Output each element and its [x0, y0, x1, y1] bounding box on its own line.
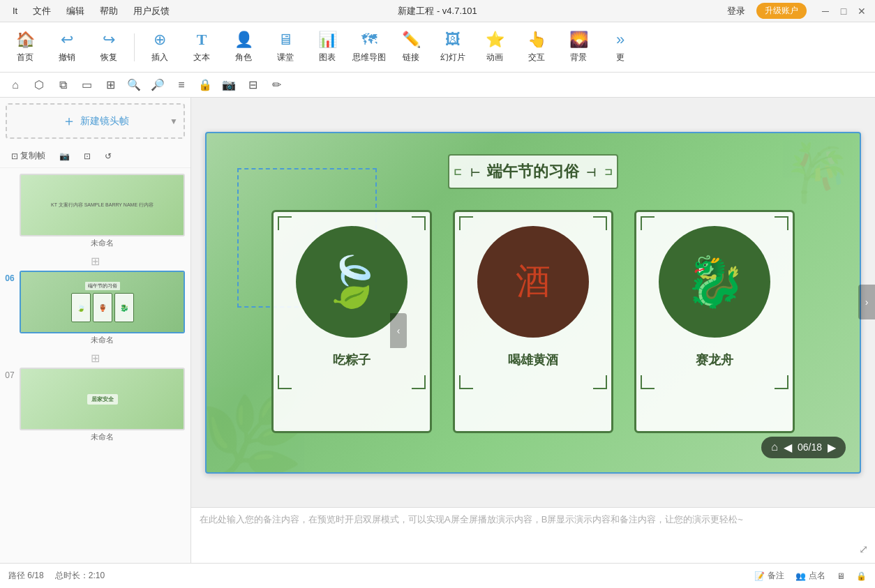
minimize-button[interactable]: ─: [818, 3, 833, 19]
bg-decor-right: 🎋: [783, 140, 853, 206]
progress-next-icon[interactable]: ▶: [828, 441, 836, 454]
copy-icon: ⊡: [11, 151, 18, 161]
slide-preview-5: KT 文案行内容 SAMPLE BARRY NAME 行内容: [21, 175, 184, 235]
main-toolbar: 🏠 首页 ↩ 撤销 ↪ 恢复 ⊕ 插入 T 文本 👤 角色 🖥 课堂 📊 图表 …: [0, 22, 875, 73]
menu-help[interactable]: 帮助: [93, 2, 125, 20]
corner-tr-1: [412, 216, 426, 230]
title-bar: It 文件 编辑 帮助 用户反馈 新建工程 - v4.7.101 登录 升级账户…: [0, 0, 875, 22]
menu-edit[interactable]: 编辑: [59, 2, 91, 20]
class-icon: 🖥: [278, 31, 293, 49]
menu-it[interactable]: It: [6, 3, 24, 19]
draw-lock-icon[interactable]: 🔒: [195, 75, 215, 95]
toolbar-link[interactable]: ✏️ 链接: [391, 27, 431, 68]
redo-icon: ↪: [103, 31, 115, 49]
draw-home-icon[interactable]: ⌂: [6, 75, 25, 95]
corner-bl-1: [278, 375, 292, 389]
corner-tr-2: [593, 216, 607, 230]
upgrade-button[interactable]: 升级账户: [756, 3, 807, 19]
toolbar-slide[interactable]: 🖼 幻灯片: [433, 27, 472, 68]
slide-label-7: 未命名: [20, 432, 185, 442]
login-button[interactable]: 登录: [721, 3, 751, 19]
link-icon: ✏️: [402, 31, 421, 49]
status-path: 路径 6/18: [8, 570, 44, 582]
home-icon: 🏠: [16, 31, 35, 49]
copy-frame-button[interactable]: ⊡ 复制帧: [6, 147, 51, 165]
status-attendance[interactable]: 👥 点名: [795, 570, 825, 582]
reset-button[interactable]: ↺: [99, 149, 117, 164]
toolbar-slide-label: 幻灯片: [440, 52, 465, 63]
notes-expand-icon[interactable]: ⤢: [859, 543, 868, 556]
new-frame-button[interactable]: ＋ 新建镜头帧 ▼: [6, 103, 185, 139]
toolbar-animate[interactable]: ⭐ 动画: [475, 27, 514, 68]
status-screen[interactable]: 🖥: [837, 570, 845, 582]
slide-item-5[interactable]: KT 文案行内容 SAMPLE BARRY NAME 行内容 未命名: [3, 171, 188, 251]
progress-prev-icon[interactable]: ◀: [784, 441, 792, 454]
slide-icon: 🖼: [445, 31, 461, 49]
animate-icon: ⭐: [486, 31, 504, 49]
draw-rect-icon[interactable]: ▭: [77, 75, 96, 95]
draw-camera-icon[interactable]: 📷: [219, 75, 239, 95]
toolbar-mindmap[interactable]: 🗺 思维导图: [350, 27, 389, 68]
more-icon: »: [616, 31, 625, 49]
toolbar-class[interactable]: 🖥 课堂: [266, 27, 305, 68]
close-button[interactable]: ✕: [854, 3, 869, 19]
toolbar-bg[interactable]: 🌄 背景: [559, 27, 598, 68]
progress-text: 06/18: [798, 442, 822, 453]
screenshot-button[interactable]: 📷: [54, 149, 75, 164]
draw-edit-icon[interactable]: ✏: [267, 75, 286, 95]
menu-feedback[interactable]: 用户反馈: [126, 2, 177, 20]
corner-tl-2: [459, 216, 473, 230]
status-lock[interactable]: 🔒: [856, 570, 867, 582]
title-controls: 登录 升级账户 ─ □ ✕: [721, 3, 869, 19]
draw-grid-icon[interactable]: ⊟: [243, 75, 262, 95]
card-icon-dragon: 🐉: [659, 226, 770, 338]
card-icon-wine: 酒: [477, 226, 589, 338]
progress-home-icon[interactable]: ⌂: [771, 441, 778, 453]
status-notes-label: 备注: [768, 570, 784, 582]
menu-file[interactable]: 文件: [26, 2, 58, 20]
maximize-button[interactable]: □: [836, 3, 851, 19]
toolbar-undo[interactable]: ↩ 撤销: [47, 27, 87, 68]
draw-copy-icon[interactable]: ⬡: [29, 75, 49, 95]
draw-copy2-icon[interactable]: ⊞: [100, 75, 120, 95]
card-label-wine: 喝雄黄酒: [508, 352, 558, 368]
toolbar-redo[interactable]: ↪ 恢复: [89, 27, 128, 68]
slide-thumb-6: 端午节的习俗 🍃 🏺 🐉: [20, 271, 185, 333]
nav-left-button[interactable]: ‹: [390, 313, 407, 348]
status-notes[interactable]: 📝 备注: [754, 570, 784, 582]
slide-title-area: ⊢ 端午节的习俗 ⊣: [207, 154, 860, 189]
slide-item-7[interactable]: 07 居家安全 未命名: [3, 365, 188, 445]
grid2-icon: ⊡: [84, 151, 91, 161]
nav-right-button[interactable]: ›: [858, 285, 875, 319]
toolbar-chart[interactable]: 📊 图表: [308, 27, 347, 68]
toolbar-text[interactable]: T 文本: [182, 27, 221, 68]
card-label-dragon: 赛龙舟: [696, 352, 733, 368]
toolbar-insert[interactable]: ⊕ 插入: [140, 27, 179, 68]
draw-zoomout-icon[interactable]: 🔎: [148, 75, 167, 95]
new-frame-label: 新建镜头帧: [80, 115, 129, 128]
draw-align-icon[interactable]: ≡: [172, 75, 191, 95]
toolbar-interact[interactable]: 👆 交互: [517, 27, 556, 68]
toolbar-insert-label: 插入: [151, 52, 168, 63]
toolbar-class-label: 课堂: [277, 52, 294, 63]
draw-zoomin-icon[interactable]: 🔍: [124, 75, 144, 95]
corner-tr-3: [775, 216, 788, 230]
draw-paste-icon[interactable]: ⧉: [53, 75, 73, 95]
cards-container: 🍃 吃粽子 酒 喝雄: [207, 203, 860, 440]
menu-bar: It 文件 编辑 帮助 用户反馈: [6, 2, 177, 20]
toolbar-home[interactable]: 🏠 首页: [6, 27, 45, 68]
slide-label-6: 未命名: [20, 335, 185, 345]
status-bar: 路径 6/18 总时长：2:10 📝 备注 👥 点名 🖥 🔒: [0, 563, 875, 588]
corner-bl-3: [641, 375, 655, 389]
card-dragon: 🐉 赛龙舟: [634, 210, 795, 433]
toolbar-link-label: 链接: [403, 52, 419, 63]
toolbar-more[interactable]: » 更: [601, 27, 640, 68]
notes-area[interactable]: 在此处输入您的备注内容，在预览时开启双屏模式，可以实现A屏全屏播放演示内容，B屏…: [191, 507, 875, 563]
slide-item-6[interactable]: 06 端午节的习俗 🍃 🏺 🐉 未命名: [3, 268, 188, 348]
chart-icon: 📊: [318, 31, 337, 49]
role-icon: 👤: [234, 31, 253, 49]
interact-icon: 👆: [528, 31, 546, 49]
status-left: 路径 6/18 总时长：2:10: [8, 570, 105, 582]
toolbar-role[interactable]: 👤 角色: [224, 27, 263, 68]
grid-button[interactable]: ⊡: [78, 149, 96, 164]
